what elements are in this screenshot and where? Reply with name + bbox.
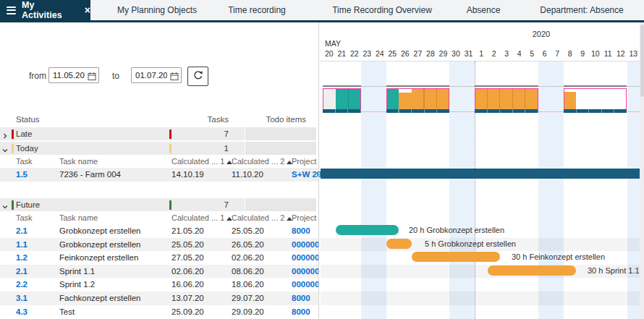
day-label: 7	[551, 49, 564, 58]
to-date-field[interactable]	[131, 67, 182, 83]
task-id-link[interactable]: 2.2	[16, 278, 27, 292]
future-status-bar	[12, 200, 14, 210]
group-task-count: 7	[171, 198, 229, 211]
tab-my-activities[interactable]: My Activities ×	[0, 0, 90, 20]
tab-my-planning-objects[interactable]: My Planning Objects	[117, 0, 197, 20]
chevron-down-icon[interactable]	[1, 145, 9, 152]
task-name: Sprint 1.2	[59, 278, 95, 292]
group-row-today[interactable]: Today 1	[0, 142, 316, 155]
gantt-bar-grobkonzept-2[interactable]	[386, 239, 412, 249]
calc2-column-header[interactable]: Calculated ... 2	[232, 211, 292, 224]
tab-bar: My Activities × My Planning Objects Time…	[0, 0, 644, 22]
calendar-icon[interactable]	[170, 71, 179, 84]
task-id-link[interactable]: 3.1	[16, 292, 27, 305]
day-label: 28	[424, 49, 437, 58]
day-label: 26	[399, 49, 412, 58]
project-column-header: Project	[292, 211, 316, 224]
calc1-column-header[interactable]: Calculated ... 1	[171, 155, 232, 168]
task-id-link[interactable]: 1.2	[16, 251, 27, 265]
calc-date-2: 26.05.20	[232, 238, 264, 252]
active-tab-label: My Activities	[22, 0, 76, 20]
gantt-bar-label: 30 h Feinkonzept erstellen	[512, 252, 605, 262]
day-label: 6	[538, 49, 551, 58]
gantt-bar-sprint[interactable]	[488, 265, 577, 276]
table-row[interactable]: 2.1 Grobkonzept erstellen 21.05.20 25.05…	[0, 224, 318, 238]
project-link[interactable]: 000000	[292, 278, 319, 292]
bar-overflow-left-arrow: <	[315, 169, 320, 177]
project-link[interactable]: 000000	[292, 265, 319, 278]
table-row[interactable]: 2.2 Sprint 1.2 16.06.20 18.06.20 000000	[0, 278, 318, 292]
calendar-icon[interactable]	[88, 71, 96, 84]
table-row[interactable]: 1.2 Feinkonzept erstellen 27.05.20 02.06…	[0, 251, 318, 265]
task-column-header: Task	[16, 211, 33, 224]
from-date-input[interactable]	[53, 68, 85, 82]
calc2-column-header[interactable]: Calculated ... 2	[232, 155, 292, 168]
calc-date-1: 27.05.20	[171, 251, 204, 265]
menu-icon[interactable]	[7, 4, 16, 16]
capacity-outline-weekend	[538, 111, 564, 112]
to-label: to	[112, 71, 119, 81]
vertical-scrollbar[interactable]	[640, 22, 644, 319]
group-task-count: 7	[171, 127, 229, 140]
scrollbar-thumb[interactable]	[640, 25, 644, 97]
task-name-column-header: Task name	[59, 155, 98, 168]
gantt-bar-project[interactable]	[321, 169, 640, 179]
day-label: 20	[323, 49, 336, 58]
capacity-outline-weekend	[361, 111, 386, 112]
table-row[interactable]: 2.1 Sprint 1.1 02.06.20 08.06.20 000000	[0, 265, 318, 278]
calc-date-1: 13.07.20	[171, 292, 204, 305]
task-id-link[interactable]: 1.1	[16, 238, 27, 252]
close-icon[interactable]: ×	[85, 4, 90, 16]
gantt-bar-feinkonzept[interactable]	[412, 252, 501, 262]
calc-date-1: 25.05.20	[171, 238, 204, 252]
chevron-right-icon[interactable]	[1, 130, 9, 137]
calc-date-2: 11.10.20	[232, 168, 263, 182]
baseline-bar	[475, 109, 538, 113]
day-label: 22	[348, 49, 361, 58]
group-label: Late	[16, 127, 32, 140]
tab-department-absence[interactable]: Department: Absence	[540, 0, 623, 20]
calc-date-2: 08.06.20	[232, 265, 264, 278]
table-row[interactable]: 1.1 Grobkonzept erstellen 25.05.20 26.05…	[0, 238, 318, 252]
task-name: Sprint 1.1	[59, 265, 95, 278]
to-date-input[interactable]	[135, 68, 167, 82]
calc-date-1: 14.10.19	[171, 168, 204, 182]
today-status-bar	[12, 144, 14, 153]
task-id-link[interactable]: 2.1	[16, 224, 27, 238]
refresh-button[interactable]	[187, 67, 208, 86]
group-row-late[interactable]: Late 7	[0, 127, 316, 140]
project-column-header: Project	[292, 155, 316, 168]
task-name-column-header: Task name	[59, 211, 98, 224]
gantt-bar-label: 5 h Grobkonzept erstellen	[425, 239, 516, 249]
table-row[interactable]: 3.1 Fachkonzept erstellen 13.07.20 29.07…	[0, 292, 318, 305]
calc1-column-header[interactable]: Calculated ... 1	[171, 211, 232, 224]
tab-absence[interactable]: Absence	[467, 0, 501, 20]
todo-items-column-header: Todo items	[245, 112, 306, 127]
table-row[interactable]: 1.5 7236 - Farm 004 14.10.19 11.10.20 S+…	[0, 168, 318, 182]
gantt-bar-grobkonzept[interactable]	[336, 225, 399, 235]
task-id-link[interactable]: 1.5	[16, 168, 27, 182]
day-label: 23	[361, 49, 374, 58]
refresh-icon	[192, 69, 204, 84]
chevron-down-icon[interactable]	[1, 201, 9, 208]
project-link[interactable]: 000000	[292, 251, 319, 265]
day-label: 25	[386, 49, 399, 58]
group-todo-cell	[245, 198, 316, 211]
project-link[interactable]: 8000	[292, 224, 310, 238]
project-link[interactable]: 000000	[292, 238, 319, 252]
project-link[interactable]: 8000	[292, 305, 310, 319]
calc-date-2: 02.06.20	[232, 251, 264, 265]
task-id-link[interactable]: 2.1	[16, 265, 27, 278]
group-row-future[interactable]: Future 7	[0, 198, 316, 211]
from-date-field[interactable]	[48, 67, 99, 83]
project-link[interactable]: 8000	[292, 292, 310, 305]
table-row[interactable]: 4.3 Test 25.09.20 29.09.20 8000	[0, 305, 318, 319]
tab-time-recording[interactable]: Time recording	[228, 0, 286, 20]
day-label: 4	[513, 49, 526, 58]
task-name: 7236 - Farm 004	[59, 168, 121, 182]
task-sub-header: Task Task name Calculated ... 1 Calculat…	[0, 155, 316, 168]
day-label: 10	[589, 49, 602, 58]
gantt-chart: 2020 MAY 20 21 22 23 24 25 26 27 28 29 3…	[321, 22, 640, 319]
task-id-link[interactable]: 4.3	[16, 305, 27, 319]
tab-time-recording-overview[interactable]: Time Recording Overview	[332, 0, 432, 20]
